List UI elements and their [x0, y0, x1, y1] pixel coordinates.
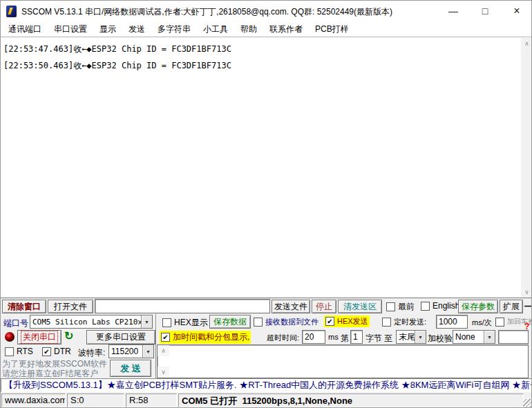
clear-window-button[interactable]: 清除窗口: [2, 300, 46, 313]
port-label: 端口号: [3, 318, 28, 329]
close-port-button[interactable]: 关闭串口: [17, 330, 61, 344]
window-title: SSCOM V5.13.1 串口/网络数据调试器,作者:大虾丁丁,2618058…: [21, 6, 429, 18]
send-text-area[interactable]: ∧ ∨: [157, 344, 529, 378]
send-scroll-down-icon[interactable]: ∨: [158, 367, 169, 378]
status-sent-count: S:0: [67, 394, 124, 407]
menubar: 通讯端口 串口设置 显示 发送 多字符串 小工具 帮助 联系作者 PCB打样: [1, 21, 532, 37]
file-path-input[interactable]: [95, 299, 270, 313]
checksum-select-value: None: [453, 332, 484, 342]
terminal-line: [22:53:50.463]收←◆ESP32 Chip ID = FC3DF1B…: [3, 60, 231, 72]
nth-byte-prefix-label: 第: [341, 333, 349, 344]
more-serial-settings-button[interactable]: 更多串口设置: [86, 330, 155, 344]
send-scroll-up-icon[interactable]: ∧: [158, 345, 169, 356]
topmost-checkbox[interactable]: [386, 302, 395, 311]
timeout-input[interactable]: 20: [302, 330, 325, 344]
recv-to-file-option[interactable]: 接收数据到文件: [254, 317, 319, 327]
rts-label: RTS: [17, 347, 33, 356]
terminal-scrollbar[interactable]: ∧ ∨: [521, 38, 532, 298]
promo-line-1: 为了更好地发展SSCOM软件: [2, 359, 107, 369]
refresh-ports-icon[interactable]: ↻: [64, 329, 73, 342]
checksum-extra-input[interactable]: [498, 330, 529, 344]
dtr-option[interactable]: ✔ DTR: [42, 347, 71, 356]
nth-byte-input[interactable]: 1: [350, 330, 363, 344]
add-crlf-checkbox[interactable]: [495, 318, 504, 327]
dtr-checkbox[interactable]: ✔: [42, 347, 51, 356]
menu-item-send[interactable]: 发送: [122, 22, 151, 37]
dropdown-icon[interactable]: ▼: [141, 315, 152, 328]
checksum-select[interactable]: None ▼: [453, 330, 495, 344]
menu-item-multi-string[interactable]: 多字符串: [151, 22, 197, 37]
dropdown-icon[interactable]: ▼: [142, 345, 153, 358]
timed-send-checkbox[interactable]: [382, 318, 391, 327]
status-website[interactable]: www.daxia.com: [1, 394, 66, 407]
titlebar: SSCOM V5.13.1 串口/网络数据调试器,作者:大虾丁丁,2618058…: [1, 1, 532, 21]
hex-send-option[interactable]: ✔ HEX发送: [324, 315, 370, 327]
dtr-label: DTR: [54, 347, 71, 356]
interval-input[interactable]: 1000: [436, 315, 468, 329]
send-file-button[interactable]: 发送文件: [272, 300, 310, 313]
topmost-label: 最前: [398, 301, 415, 313]
checksum-label: 加校验: [428, 333, 453, 344]
menu-item-help[interactable]: 帮助: [234, 22, 263, 37]
close-button[interactable]: ×: [501, 1, 532, 21]
menu-item-serial-settings[interactable]: 串口设置: [48, 22, 93, 37]
baud-select[interactable]: 115200 ▼: [108, 344, 154, 358]
dropdown-icon[interactable]: ▼: [415, 331, 426, 343]
promo-line-2: 请您注册嘉立创F结尾客户: [2, 369, 107, 378]
recv-to-file-label: 接收数据到文件: [265, 317, 319, 327]
timed-send-option[interactable]: 定时发送:: [382, 317, 426, 327]
timestamp-split-option[interactable]: ✔ 加时间戳和分包显示,: [160, 331, 251, 344]
end-select-value: 末尾: [397, 331, 415, 343]
hex-display-checkbox[interactable]: [162, 318, 171, 327]
timestamp-split-checkbox[interactable]: ✔: [161, 333, 170, 342]
maximize-button[interactable]: □: [469, 1, 501, 21]
timeout-unit-label: ms: [328, 333, 339, 341]
hex-send-checkbox[interactable]: ✔: [325, 317, 334, 326]
open-file-button[interactable]: 打开文件: [48, 300, 93, 313]
scroll-down-icon[interactable]: ∨: [521, 286, 532, 298]
control-panel: 清除窗口 打开文件 发送文件 停止 清发送区 最前 English 保存参数 扩…: [1, 298, 532, 378]
interval-unit-label: ms/次: [472, 318, 492, 328]
menu-item-pcb-proto[interactable]: PCB打样: [309, 22, 355, 37]
clear-send-area-button[interactable]: 清发送区: [338, 300, 382, 313]
port-select[interactable]: COM5 Silicon Labs CP210x U: ▼: [30, 315, 153, 329]
topmost-option[interactable]: 最前: [386, 301, 415, 313]
extend-button[interactable]: 扩展: [500, 300, 523, 313]
dropdown-icon[interactable]: ▼: [484, 331, 495, 343]
english-checkbox[interactable]: [421, 302, 430, 311]
terminal-line: [22:53:47.463]收←◆ESP32 Chip ID = FC3DF1B…: [3, 43, 231, 55]
english-option[interactable]: English: [421, 301, 459, 311]
sscom-window: SSCOM V5.13.1 串口/网络数据调试器,作者:大虾丁丁,2618058…: [0, 0, 532, 408]
end-select[interactable]: 末尾 ▼: [396, 330, 426, 344]
port-status-led-icon: [5, 332, 15, 342]
rts-option[interactable]: RTS: [5, 347, 33, 356]
app-icon: [6, 6, 17, 17]
save-params-button[interactable]: 保存参数: [458, 300, 498, 313]
hex-display-label: HEX显示: [174, 317, 208, 329]
menu-item-tools[interactable]: 小工具: [197, 22, 234, 37]
statusbar: www.daxia.com S:0 R:58 COM5 已打开 115200bp…: [1, 392, 532, 408]
promo-text: 为了更好地发展SSCOM软件 请您注册嘉立创F结尾客户: [2, 359, 107, 378]
menu-item-display[interactable]: 显示: [93, 22, 122, 37]
resize-grip[interactable]: [523, 399, 532, 408]
timed-send-label: 定时发送:: [394, 317, 426, 327]
recv-to-file-checkbox[interactable]: [254, 318, 263, 327]
minimize-button[interactable]: —: [437, 1, 469, 21]
save-data-button[interactable]: 保存数据: [209, 315, 251, 329]
byte-to-label: 字节 至: [365, 333, 392, 344]
hex-send-label: HEX发送: [337, 316, 368, 327]
status-port-info: COM5 已打开 115200bps,8,1,None,None: [178, 394, 524, 407]
menu-item-comm-port[interactable]: 通讯端口: [2, 22, 48, 37]
status-received-count: R:58: [126, 394, 177, 407]
hex-display-option[interactable]: HEX显示: [162, 317, 208, 329]
baud-select-value: 115200: [109, 347, 142, 356]
receive-area[interactable]: [22:53:47.463]收←◆ESP32 Chip ID = FC3DF1B…: [1, 38, 532, 298]
menu-item-contact-author[interactable]: 联系作者: [263, 22, 309, 37]
scroll-up-icon[interactable]: ∧: [521, 38, 532, 49]
ad-marquee[interactable]: 【升级到SSCOM5.13.1】★嘉立创PCB打样SMT贴片服务. ★RT-Th…: [1, 378, 532, 392]
panel-collapse-handle[interactable]: —: [524, 300, 532, 311]
send-button[interactable]: 发 送: [110, 360, 151, 377]
rts-checkbox[interactable]: [5, 347, 14, 356]
baud-label: 波特率:: [78, 347, 105, 359]
stop-button[interactable]: 停止: [312, 300, 336, 313]
